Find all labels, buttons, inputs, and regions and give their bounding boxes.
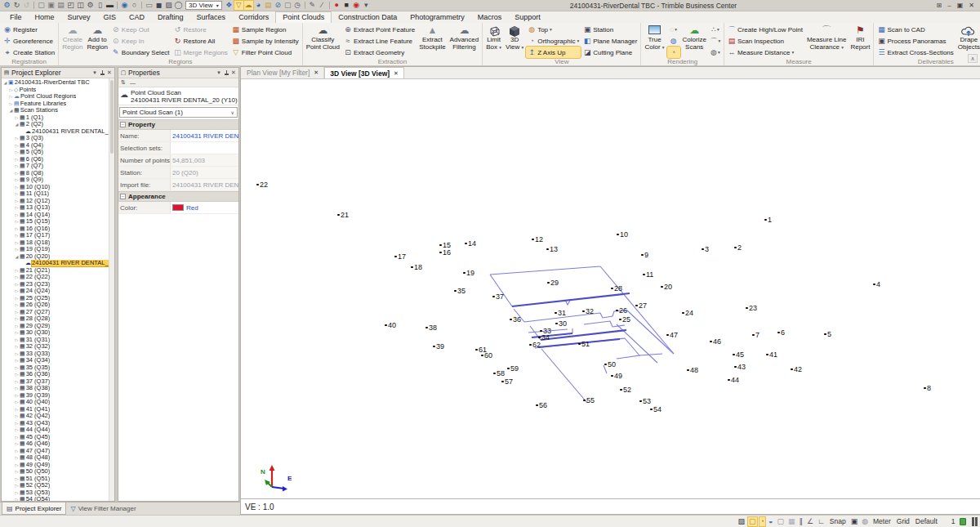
tree-item-44-q44[interactable]: ▷▦44 (Q44)	[2, 427, 114, 434]
scan-point-50[interactable]: 50	[604, 360, 616, 368]
expand-icon[interactable]: ▷	[14, 239, 20, 246]
scan-point-21[interactable]: 21	[337, 211, 349, 219]
more-icon[interactable]: ▾	[362, 1, 371, 10]
tree-item-scan-stations[interactable]: ◢▦Scan Stations	[2, 107, 114, 114]
scan-point-59[interactable]: 59	[507, 364, 519, 373]
extract-cross-sections-button[interactable]: ☰Extract Cross-Sections	[875, 47, 955, 58]
tree-item-7-q7[interactable]: ▷▦7 (Q7)	[2, 163, 114, 170]
scan-point-44[interactable]: 44	[728, 376, 739, 384]
sync-icon[interactable]: ↻	[12, 1, 21, 10]
scan-point-26[interactable]: 26	[616, 306, 627, 315]
sample-region-button[interactable]: ▦Sample Region	[230, 24, 301, 35]
expand-icon[interactable]: ▷	[14, 163, 20, 169]
scan-point-22[interactable]: 22	[256, 181, 268, 189]
ribbon-tab-drafting[interactable]: Drafting	[151, 12, 190, 23]
restore-all-button[interactable]: ↻Restore All	[172, 35, 229, 47]
scan-point-8[interactable]: 8	[924, 384, 931, 392]
tree-item-53-q53[interactable]: ▷▦53 (Q53)	[2, 489, 114, 497]
window-icon[interactable]: ■	[342, 1, 351, 10]
scan-point-7[interactable]: 7	[752, 331, 760, 339]
tree-item-20-q20[interactable]: ◢▦20 (Q20)	[2, 253, 114, 261]
clipboard-icon[interactable]: ▯	[96, 1, 105, 10]
scan-point-3[interactable]: 3	[702, 245, 709, 253]
tree-item-46-q46[interactable]: ▷▦46 (Q46)	[2, 440, 114, 448]
expand-icon[interactable]: ▷	[14, 371, 20, 377]
tree-item-43-q43[interactable]: ▷▦43 (Q43)	[2, 420, 114, 427]
expand-icon[interactable]: ▷	[8, 100, 14, 107]
ribbon-tab-corridors[interactable]: Corridors	[232, 12, 275, 23]
status-orbit-icon[interactable]: ◔	[760, 517, 765, 526]
ribbon-tab-surfaces[interactable]: Surfaces	[190, 12, 233, 23]
tree-item-28-q28[interactable]: ▷▦28 (Q28)	[2, 315, 114, 323]
tree-item-14-q14[interactable]: ▷▦14 (Q14)	[2, 212, 114, 219]
doc-yellow-icon[interactable]: ▤	[264, 1, 273, 10]
tree-item-23-q23[interactable]: ▷▦23 (Q23)	[2, 281, 114, 288]
expand-icon[interactable]: ▷	[14, 454, 20, 461]
extract-geometry-button[interactable]: ⊡Extract Geometry	[342, 47, 416, 58]
grid-label[interactable]: Grid	[895, 517, 911, 525]
add-to-region-button[interactable]: ☁Add toRegion	[86, 24, 109, 58]
tree-item-4-q4[interactable]: ▷▦4 (Q4)	[2, 142, 114, 150]
status-grid-icon[interactable]: ▦	[787, 517, 796, 526]
expand-icon[interactable]: ▷	[8, 93, 14, 100]
property-value[interactable]: 24100431 RIVER DENTAL	[171, 130, 238, 141]
render-option-1[interactable]: ◌▾	[667, 24, 680, 35]
swirl-icon[interactable]: ◕	[254, 1, 263, 10]
tree-item-48-q48[interactable]: ▷▦48 (Q48)	[2, 454, 114, 462]
section-header-property[interactable]: –Property	[118, 119, 238, 130]
pen-icon[interactable]: ∕	[318, 1, 327, 10]
expand-icon[interactable]: ▷	[14, 204, 20, 211]
tree-item-33-q33[interactable]: ▷▦33 (Q33)	[2, 351, 114, 358]
measure-line-clearance-button[interactable]: ⌒Measure LineClearance ▾	[805, 24, 848, 58]
cube-icon[interactable]: ◼	[154, 1, 163, 10]
expand-icon[interactable]: ▷	[8, 87, 14, 93]
georeference-button[interactable]: ✛Georeference	[2, 35, 56, 47]
tools-icon[interactable]: ✎	[308, 1, 317, 10]
close-icon[interactable]: ✕	[969, 2, 974, 9]
scan-point-2[interactable]: 2	[734, 243, 742, 252]
ribbon-tab-point-clouds[interactable]: Point Clouds	[275, 11, 332, 23]
ribbon-tab-support[interactable]: Support	[508, 12, 547, 23]
tree-item-5-q5[interactable]: ▷▦5 (Q5)	[2, 149, 114, 156]
keep-in-button[interactable]: ⊙Keep In	[110, 35, 172, 47]
scan-point-58[interactable]: 58	[493, 369, 505, 377]
scan-point-4[interactable]: 4	[873, 280, 880, 288]
expand-icon[interactable]: ▷	[14, 135, 20, 141]
extract-line-feature-button[interactable]: ≈Extract Line Feature	[342, 35, 416, 47]
scan-point-13[interactable]: 13	[546, 245, 558, 253]
dock-tab-view-filter-manager[interactable]: ▽View Filter Manager	[66, 502, 140, 515]
keep-out-button[interactable]: ⊘Keep Out	[110, 24, 172, 35]
scan-point-55[interactable]: 55	[583, 396, 595, 404]
profile-label[interactable]: Default	[914, 517, 939, 525]
object-selector-dropdown[interactable]: Point Cloud Scan (1)∨	[119, 107, 238, 118]
expand-icon[interactable]: ▷	[14, 288, 20, 294]
tree-item-8-q8[interactable]: ▷▦8 (Q8)	[2, 170, 114, 177]
create-station-button[interactable]: ⌖Create Station	[2, 47, 56, 58]
scan-point-24[interactable]: 24	[682, 309, 693, 317]
scan-point-46[interactable]: 46	[710, 337, 721, 346]
expand-icon[interactable]: ▷	[14, 448, 20, 454]
render-option-6[interactable]: ◍▾	[709, 47, 722, 58]
tree-item-3-q3[interactable]: ▷▦3 (Q3)	[2, 135, 114, 142]
scan-point-43[interactable]: 43	[734, 363, 746, 371]
expand-icon[interactable]: ▷	[14, 184, 20, 190]
scan-point-52[interactable]: 52	[620, 386, 631, 394]
drape-objects-button[interactable]: DrapeObjects	[956, 24, 980, 58]
tree-item-40-q40[interactable]: ▷▦40 (Q40)	[2, 399, 114, 406]
expand-icon[interactable]: ▷	[14, 156, 20, 163]
image-icon[interactable]: ▨	[164, 1, 173, 10]
scan-point-12[interactable]: 12	[532, 235, 543, 243]
section-header-appearance[interactable]: –Appearance	[118, 191, 238, 202]
panel-menu-icon[interactable]: ▾	[216, 69, 222, 76]
scan-point-40[interactable]: 40	[385, 321, 396, 329]
scan-point-18[interactable]: 18	[411, 263, 422, 271]
tree-item-34-q34[interactable]: ▷▦34 (Q34)	[2, 357, 114, 364]
expand-icon[interactable]: ▷	[14, 281, 20, 288]
colorize-scans-button[interactable]: ☁ColorizeScans	[681, 24, 708, 58]
expand-icon[interactable]: ▷	[14, 476, 20, 482]
ribbon-tab-gis[interactable]: GIS	[97, 12, 123, 23]
scan-point-36[interactable]: 36	[510, 315, 521, 324]
scan-point-20[interactable]: 20	[661, 283, 672, 291]
tree-item-24100431-riverdental-tbc[interactable]: ◢▣24100431-RiverDental TBC	[2, 79, 114, 87]
create-region-button[interactable]: ☁CreateRegion	[60, 24, 84, 58]
